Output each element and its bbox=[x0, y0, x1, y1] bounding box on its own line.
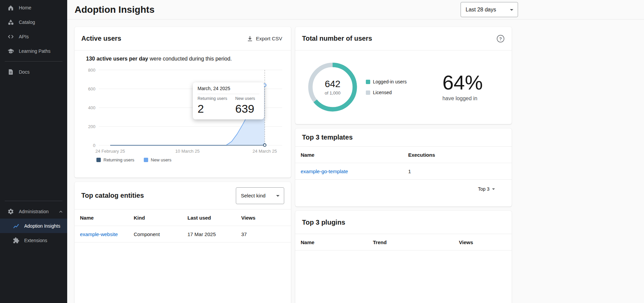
legend-label: Logged-in users bbox=[373, 79, 406, 84]
top-catalog-card-header: Top catalog entities Select kind bbox=[75, 182, 291, 210]
total-users-card: Total number of users ? 642 of 1,000 bbox=[295, 27, 512, 124]
tooltip-new-label: New users bbox=[235, 96, 255, 101]
sidebar-item-label: APIs bbox=[19, 34, 29, 39]
tooltip-returning-value: 2 bbox=[198, 102, 227, 115]
cards-grid: Active users Export CSV 130 active users… bbox=[75, 27, 644, 303]
sidebar-item-home[interactable]: Home bbox=[0, 0, 67, 15]
sidebar-divider bbox=[5, 201, 62, 201]
sidebar-item-learning-paths[interactable]: Learning Paths bbox=[0, 44, 67, 58]
svg-text:800: 800 bbox=[88, 68, 95, 73]
page-header: Adoption Insights Last 28 days bbox=[67, 0, 644, 20]
sidebar-item-extensions[interactable]: Extensions bbox=[0, 233, 67, 248]
donut-sublabel: of 1,000 bbox=[325, 90, 341, 96]
donut-chart: 642 of 1,000 bbox=[307, 62, 358, 112]
sidebar-item-label: Docs bbox=[19, 69, 30, 75]
legend-swatch-new bbox=[144, 158, 148, 162]
gear-icon bbox=[7, 208, 14, 215]
table-header-row: Name Executions bbox=[295, 147, 512, 163]
top-plugins-card-header: Top 3 plugins bbox=[295, 211, 512, 234]
legend-item-licensed: Licensed bbox=[366, 90, 406, 95]
svg-text:24 March 25: 24 March 25 bbox=[253, 149, 277, 154]
column-header-executions: Executions bbox=[403, 152, 512, 158]
sidebar-item-label: Learning Paths bbox=[19, 48, 50, 54]
entity-last-used: 17 Mar 2025 bbox=[182, 231, 236, 237]
svg-text:10 March 25: 10 March 25 bbox=[175, 149, 200, 154]
chevron-down-icon bbox=[274, 192, 282, 200]
top-templates-card-header: Top 3 templates bbox=[295, 128, 512, 147]
tooltip-returning-label: Returning users bbox=[198, 96, 227, 101]
active-users-card-header: Active users Export CSV bbox=[75, 27, 291, 50]
legend-swatch-returning bbox=[96, 158, 101, 162]
sidebar-item-label: Administration bbox=[19, 209, 49, 214]
sidebar-divider bbox=[5, 61, 62, 62]
date-range-select[interactable]: Last 28 days bbox=[461, 2, 518, 17]
sidebar-item-label: Catalog bbox=[19, 20, 35, 25]
sidebar-item-administration[interactable]: Administration bbox=[0, 204, 67, 219]
top-plugins-card: Top 3 plugins Name Trend Views bbox=[295, 211, 512, 303]
puzzle-icon bbox=[13, 237, 19, 244]
tooltip-body: Returning users 2 New users 639 bbox=[198, 96, 259, 115]
main-content: Adoption Insights Last 28 days Active us… bbox=[67, 0, 644, 303]
chart-legend: Returning users New users bbox=[96, 157, 291, 162]
summary-strong: 130 active users per day bbox=[86, 56, 148, 62]
active-users-card: Active users Export CSV 130 active users… bbox=[75, 27, 291, 178]
help-icon[interactable]: ? bbox=[496, 34, 505, 43]
table-header-row: Name Trend Views bbox=[295, 234, 512, 251]
entity-views: 37 bbox=[236, 231, 291, 237]
apis-icon bbox=[7, 33, 14, 40]
card-title: Active users bbox=[81, 35, 121, 42]
sidebar-item-label: Adoption Insights bbox=[24, 223, 60, 229]
column-header-name: Name bbox=[75, 215, 128, 221]
top-catalog-entities-card: Top catalog entities Select kind Name Ki… bbox=[75, 182, 291, 303]
donut-value: 642 bbox=[325, 79, 341, 89]
sidebar-item-catalog[interactable]: Catalog bbox=[0, 15, 67, 29]
chart-tooltip: March, 24 2025 Returning users 2 New use… bbox=[193, 82, 264, 119]
sidebar: Home Catalog APIs Learning Paths Docs Ad… bbox=[0, 0, 67, 303]
chevron-down-icon bbox=[490, 186, 497, 192]
donut-legend: Logged-in users Licensed bbox=[366, 79, 406, 95]
legend-item-logged-in: Logged-in users bbox=[366, 79, 406, 84]
sidebar-item-docs[interactable]: Docs bbox=[0, 65, 67, 79]
template-executions: 1 bbox=[403, 168, 512, 174]
card-title: Total number of users bbox=[302, 35, 372, 42]
top-templates-card: Top 3 templates Name Executions example-… bbox=[295, 128, 512, 206]
tooltip-returning: Returning users 2 bbox=[198, 96, 227, 115]
legend-swatch-licensed bbox=[366, 90, 370, 95]
legend-item-new: New users bbox=[144, 157, 171, 162]
column-header-kind: Kind bbox=[128, 215, 182, 221]
export-csv-button[interactable]: Export CSV bbox=[245, 34, 284, 43]
table-row: example-website Component 17 Mar 2025 37 bbox=[75, 226, 291, 242]
legend-label: Returning users bbox=[103, 157, 134, 162]
chevron-up-icon bbox=[58, 209, 64, 215]
kind-select[interactable]: Select kind bbox=[236, 187, 284, 204]
tooltip-date: March, 24 2025 bbox=[198, 86, 259, 91]
rows-per-page-select[interactable]: Top 3 bbox=[478, 186, 497, 192]
column-header-trend: Trend bbox=[368, 239, 454, 245]
sidebar-item-label: Home bbox=[19, 5, 31, 10]
column-header-last-used: Last used bbox=[182, 215, 236, 221]
percentage-sublabel: have logged in bbox=[442, 96, 483, 102]
column-header-views: Views bbox=[454, 239, 512, 245]
entity-link[interactable]: example-website bbox=[80, 231, 118, 237]
table-footer: Top 3 bbox=[295, 180, 512, 198]
card-title: Top 3 plugins bbox=[302, 219, 345, 226]
logged-in-percentage: 64% have logged in bbox=[442, 73, 483, 102]
svg-text:200: 200 bbox=[88, 124, 95, 129]
total-users-body: 642 of 1,000 Logged-in users Licensed bbox=[295, 50, 512, 124]
svg-text:600: 600 bbox=[88, 86, 95, 91]
svg-text:?: ? bbox=[499, 36, 502, 41]
column-header-name: Name bbox=[295, 152, 403, 158]
tooltip-new: New users 639 bbox=[235, 96, 255, 115]
legend-swatch-logged-in bbox=[366, 80, 370, 84]
template-link[interactable]: example-go-template bbox=[301, 168, 348, 174]
catalog-icon bbox=[7, 19, 14, 26]
sidebar-item-apis[interactable]: APIs bbox=[0, 29, 67, 44]
sidebar-item-adoption-insights[interactable]: Adoption Insights bbox=[0, 219, 67, 233]
sidebar-item-label: Extensions bbox=[24, 238, 47, 243]
rows-per-page-value: Top 3 bbox=[478, 186, 489, 192]
sidebar-bottom-group: Administration Adoption Insights Extensi… bbox=[0, 198, 67, 248]
percentage-value: 64% bbox=[442, 73, 483, 93]
total-users-card-header: Total number of users ? bbox=[295, 27, 512, 50]
docs-icon bbox=[7, 69, 14, 75]
learning-paths-icon bbox=[7, 48, 14, 54]
